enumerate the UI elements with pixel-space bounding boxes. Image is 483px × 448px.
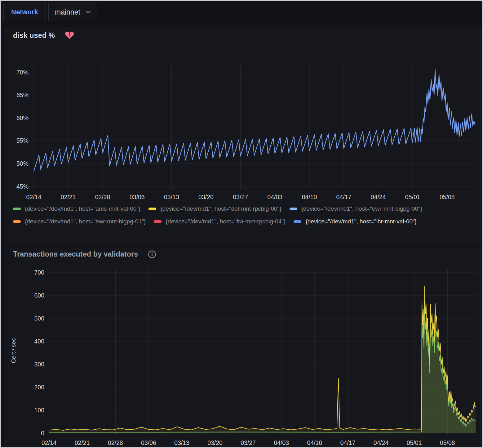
legend-swatch — [13, 220, 21, 223]
dashboard-variables-bar: Network mainnet — [1, 1, 482, 26]
svg-text:04/24: 04/24 — [374, 439, 389, 446]
svg-text:700: 700 — [34, 269, 44, 276]
svg-text:03/27: 03/27 — [241, 439, 256, 446]
svg-text:04/10: 04/10 — [307, 439, 322, 446]
legend-item-0[interactable]: {device="/dev/md1", host="ams-mnt-val-00… — [13, 205, 140, 212]
svg-text:60%: 60% — [16, 114, 29, 121]
svg-text:04/17: 04/17 — [336, 194, 352, 200]
svg-text:55%: 55% — [16, 137, 29, 144]
variable-label-text: Network — [11, 8, 38, 16]
legend-label: {device="/dev/md1", host="ewr-mnt-bigpg-… — [301, 205, 422, 212]
panel-title-disk-used[interactable]: disk used % — [13, 31, 55, 40]
disk-used-legend: {device="/dev/md1", host="ams-mnt-val-00… — [13, 205, 476, 225]
transactions-chart[interactable]: 010020030040050060070002/1402/2102/2803/… — [4, 247, 481, 448]
legend-swatch — [154, 220, 162, 223]
svg-text:600: 600 — [34, 292, 44, 299]
svg-text:0: 0 — [41, 430, 44, 437]
svg-text:03/20: 03/20 — [198, 194, 214, 200]
svg-text:03/27: 03/27 — [233, 194, 248, 200]
legend-swatch — [290, 208, 297, 210]
legend-label: {device="/dev/md1", host="del-mnt-rpcbig… — [160, 205, 281, 212]
svg-text:02/28: 02/28 — [108, 439, 123, 446]
validator-tps-svg: 010020030040050060070002/1402/2102/2803/… — [4, 247, 481, 448]
network-dropdown[interactable]: mainnet — [48, 3, 97, 21]
svg-text:04/24: 04/24 — [371, 194, 386, 200]
svg-text:03/06: 03/06 — [130, 194, 145, 200]
svg-text:70%: 70% — [16, 69, 29, 76]
legend-item-4[interactable]: {device="/dev/md1", host="fra-mnt-rpcbig… — [154, 218, 286, 225]
tps-y-axis-title: Cert / sec — [10, 338, 17, 363]
legend-item-5[interactable]: {device="/dev/md1", host="lhr-mnt-val-00… — [294, 218, 417, 225]
legend-label: {device="/dev/md1", host="ewr-mnt-bigpg-… — [25, 218, 146, 225]
panel-title-transactions[interactable]: Transactions executed by validators — [13, 250, 138, 258]
svg-text:400: 400 — [34, 338, 44, 345]
broken-heart-icon[interactable] — [65, 31, 74, 40]
legend-label: {device="/dev/md1", host="lhr-mnt-val-00… — [305, 218, 417, 225]
legend-swatch — [148, 208, 156, 210]
svg-text:500: 500 — [34, 315, 44, 322]
grafana-dashboard: Network mainnet disk used % 45%50%55%60%… — [0, 0, 483, 448]
legend-item-3[interactable]: {device="/dev/md1", host="ewr-mnt-bigpg-… — [13, 218, 146, 225]
panel-disk-used: disk used % 45%50%55%60%65%70%02/1402/21… — [4, 28, 481, 245]
svg-text:04/03: 04/03 — [267, 194, 282, 200]
svg-text:02/21: 02/21 — [61, 194, 76, 200]
svg-text:65%: 65% — [16, 92, 29, 98]
svg-text:45%: 45% — [16, 183, 29, 190]
svg-text:03/06: 03/06 — [141, 439, 156, 446]
svg-text:03/13: 03/13 — [164, 194, 179, 200]
svg-text:03/13: 03/13 — [174, 439, 189, 446]
svg-text:05/08: 05/08 — [440, 194, 455, 200]
svg-text:02/21: 02/21 — [75, 439, 90, 446]
svg-text:04/10: 04/10 — [302, 194, 317, 200]
chevron-down-icon — [85, 10, 91, 14]
legend-label: {device="/dev/md1", host="ams-mnt-val-00… — [25, 205, 140, 212]
svg-text:05/01: 05/01 — [405, 194, 420, 200]
svg-text:300: 300 — [34, 361, 44, 368]
svg-text:03/20: 03/20 — [207, 439, 223, 446]
svg-text:02/14: 02/14 — [26, 194, 42, 200]
svg-text:100: 100 — [34, 407, 44, 414]
legend-label: {device="/dev/md1", host="fra-mnt-rpcbig… — [166, 218, 286, 225]
svg-text:05/01: 05/01 — [407, 439, 422, 446]
svg-text:50%: 50% — [16, 160, 29, 167]
info-circle-icon[interactable] — [148, 250, 156, 258]
network-dropdown-value: mainnet — [55, 8, 80, 16]
panel-transactions: Transactions executed by validators Cert… — [4, 247, 481, 448]
svg-text:02/28: 02/28 — [95, 194, 110, 200]
svg-text:04/03: 04/03 — [274, 439, 289, 446]
svg-text:200: 200 — [34, 384, 44, 391]
svg-text:05/08: 05/08 — [440, 439, 455, 446]
legend-swatch — [13, 208, 21, 210]
legend-item-2[interactable]: {device="/dev/md1", host="ewr-mnt-bigpg-… — [290, 205, 422, 212]
legend-swatch — [294, 220, 301, 223]
svg-text:04/17: 04/17 — [340, 439, 356, 446]
svg-text:02/14: 02/14 — [42, 439, 57, 446]
variable-label-network: Network — [3, 3, 46, 21]
legend-item-1[interactable]: {device="/dev/md1", host="del-mnt-rpcbig… — [148, 205, 281, 212]
